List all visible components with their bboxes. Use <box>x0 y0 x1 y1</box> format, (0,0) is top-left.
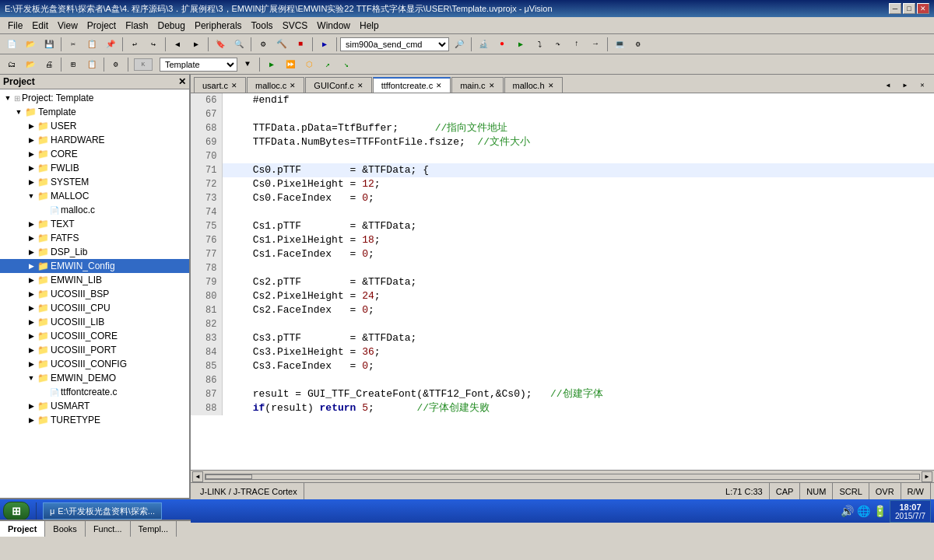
tb2-run3[interactable]: ⬡ <box>300 57 318 72</box>
tree-usmart[interactable]: ▶ 📁 USMART <box>0 399 189 413</box>
menu-debug[interactable]: Debug <box>153 19 190 33</box>
open-button[interactable]: 📂 <box>22 37 39 52</box>
copy-button[interactable]: 📋 <box>83 37 100 52</box>
code-content[interactable] <box>222 149 934 163</box>
find-btn[interactable]: 🔍 <box>230 37 248 52</box>
step-next-btn[interactable]: → <box>587 37 604 52</box>
build-btn[interactable]: 🔨 <box>273 37 290 52</box>
nav-fwd[interactable]: ▶ <box>188 37 205 52</box>
tree-ttffontcreate-c[interactable]: 📄 ttffontcreate.c <box>0 385 189 399</box>
step-out-btn[interactable]: ↑ <box>568 37 585 52</box>
scroll-track[interactable] <box>205 474 920 480</box>
code-content[interactable]: Cs3.FaceIndex = 0; <box>222 359 934 373</box>
tab-usart-c-close[interactable]: ✕ <box>231 82 237 89</box>
cut-button[interactable]: ✂ <box>65 37 82 52</box>
new-button[interactable]: 📄 <box>3 37 20 52</box>
tb2-btn5[interactable]: 📋 <box>83 57 100 72</box>
code-content[interactable] <box>222 261 934 275</box>
code-content[interactable]: Cs1.FaceIndex = 0; <box>222 247 934 261</box>
tb2-run2[interactable]: ⏩ <box>282 57 299 72</box>
menu-peripherals[interactable]: Peripherals <box>190 19 247 33</box>
tree-emwin-config[interactable]: ▶ 📁 EMWIN_Config <box>0 259 189 273</box>
step-btn[interactable]: ⤵ <box>531 37 548 52</box>
menu-help[interactable]: Help <box>355 19 384 33</box>
code-content[interactable]: #endif <box>222 93 934 107</box>
tb2-btn3[interactable]: 🖨 <box>40 57 58 72</box>
tree-turetype[interactable]: ▶ 📁 TURETYPE <box>0 413 189 427</box>
menu-flash[interactable]: Flash <box>121 19 153 33</box>
code-content[interactable]: Cs2.PixelHeight = 24; <box>222 289 934 303</box>
horizontal-scrollbar[interactable]: ◀ ▶ <box>191 470 934 482</box>
taskbar-app-item[interactable]: μ E:\开发板光盘资料\探索... <box>43 502 162 520</box>
tb2-dropdown-btn[interactable]: ▼ <box>239 57 256 72</box>
tb2-btn1[interactable]: 🗂 <box>3 57 20 72</box>
code-content[interactable]: Cs0.FaceIndex = 0; <box>222 191 934 205</box>
tree-malloc-c[interactable]: 📄 malloc.c <box>0 203 189 217</box>
tb2-run4[interactable]: ↗ <box>319 57 336 72</box>
code-content[interactable]: Cs0.PixelHeight = 12; <box>222 177 934 191</box>
menu-window[interactable]: Window <box>312 19 355 33</box>
tab-close-all[interactable]: ✕ <box>914 77 931 93</box>
find-function-btn[interactable]: 🔎 <box>451 37 468 52</box>
code-content[interactable] <box>222 107 934 121</box>
tab-ttffontcreate-c[interactable]: ttffontcreate.c ✕ <box>373 77 451 93</box>
code-content[interactable]: Cs2.pTTF = &TTFData; <box>222 275 934 289</box>
code-content[interactable]: Cs0.pTTF = &TTFData; { <box>222 163 934 177</box>
tb2-btn4[interactable]: ⊞ <box>65 57 82 72</box>
template-select[interactable]: Template <box>160 58 237 72</box>
minimize-button[interactable]: ─ <box>889 3 901 14</box>
tray-icon-2[interactable]: 🌐 <box>857 505 870 517</box>
tb2-btn6[interactable]: ⚙ <box>107 57 125 72</box>
code-content[interactable]: Cs1.PixelHeight = 18; <box>222 233 934 247</box>
inspect-btn[interactable]: 🔬 <box>475 37 492 52</box>
menu-svcs[interactable]: SVCS <box>278 19 313 33</box>
code-content[interactable] <box>222 205 934 219</box>
tab-main-c[interactable]: main.c ✕ <box>451 77 503 93</box>
undo-button[interactable]: ↩ <box>126 37 143 52</box>
settings-btn[interactable]: ⚙ <box>630 37 647 52</box>
menu-project[interactable]: Project <box>83 19 121 33</box>
taskbar-clock[interactable]: 18:07 2015/7/7 <box>890 500 931 523</box>
tray-icon-1[interactable]: 🔊 <box>841 505 854 517</box>
maximize-button[interactable]: □ <box>903 3 915 14</box>
tab-usart-c[interactable]: usart.c ✕ <box>194 77 246 93</box>
tree-system[interactable]: ▶ 📁 SYSTEM <box>0 175 189 189</box>
tab-scroll-right[interactable]: ▶ <box>897 77 914 93</box>
tab-malloc-h-close[interactable]: ✕ <box>548 82 554 89</box>
tree-template[interactable]: ▼ 📁 Template <box>0 105 189 119</box>
paste-button[interactable]: 📌 <box>102 37 119 52</box>
code-content[interactable]: Cs3.PixelHeight = 36; <box>222 345 934 359</box>
sidebar-close-btn[interactable]: ✕ <box>178 76 186 87</box>
tab-malloc-h[interactable]: malloc.h ✕ <box>504 77 563 93</box>
tree-ucos-lib[interactable]: ▶ 📁 UCOSIII_LIB <box>0 315 189 329</box>
tree-dsplib[interactable]: ▶ 📁 DSP_Lib <box>0 245 189 259</box>
tree-project-root[interactable]: ▼ ⊞ Project: Template <box>0 91 189 105</box>
code-content[interactable] <box>222 317 934 331</box>
breakpoint-btn[interactable]: ● <box>493 37 511 52</box>
bookmark-btn[interactable]: 🔖 <box>212 37 229 52</box>
tray-icon-3[interactable]: 🔋 <box>873 505 887 517</box>
build-all-btn[interactable]: ⚙ <box>255 37 272 52</box>
run-btn[interactable]: ▶ <box>512 37 529 52</box>
code-content[interactable]: Cs1.pTTF = &TTFData; <box>222 219 934 233</box>
code-content[interactable]: TTFData.NumBytes=TTFFontFile.fsize; //文件… <box>222 135 934 149</box>
code-content[interactable] <box>222 373 934 387</box>
tb2-run1[interactable]: ▶ <box>263 57 280 72</box>
tb2-run5[interactable]: ↘ <box>338 57 355 72</box>
start-button[interactable]: ⊞ <box>3 502 30 520</box>
step-over-btn[interactable]: ↷ <box>550 37 567 52</box>
code-editor[interactable]: 66 #endif6768 TTFData.pData=TtfBuffer; /… <box>191 93 934 470</box>
scroll-left-btn[interactable]: ◀ <box>192 471 203 482</box>
tab-scroll-left[interactable]: ◀ <box>880 77 897 93</box>
code-content[interactable]: Cs2.FaceIndex = 0; <box>222 303 934 317</box>
tree-user[interactable]: ▶ 📁 USER <box>0 119 189 133</box>
menu-view[interactable]: View <box>53 19 83 33</box>
menu-edit[interactable]: Edit <box>27 19 53 33</box>
tab-guiconf-c-close[interactable]: ✕ <box>357 82 363 89</box>
stop-btn[interactable]: ■ <box>292 37 309 52</box>
tree-text[interactable]: ▶ 📁 TEXT <box>0 217 189 231</box>
code-content[interactable]: TTFData.pData=TtfBuffer; //指向文件地址 <box>222 121 934 135</box>
tree-ucos-core[interactable]: ▶ 📁 UCOSIII_CORE <box>0 329 189 343</box>
tree-emwin-lib[interactable]: ▶ 📁 EMWIN_LIB <box>0 273 189 287</box>
tab-ttffontcreate-close[interactable]: ✕ <box>436 82 442 89</box>
